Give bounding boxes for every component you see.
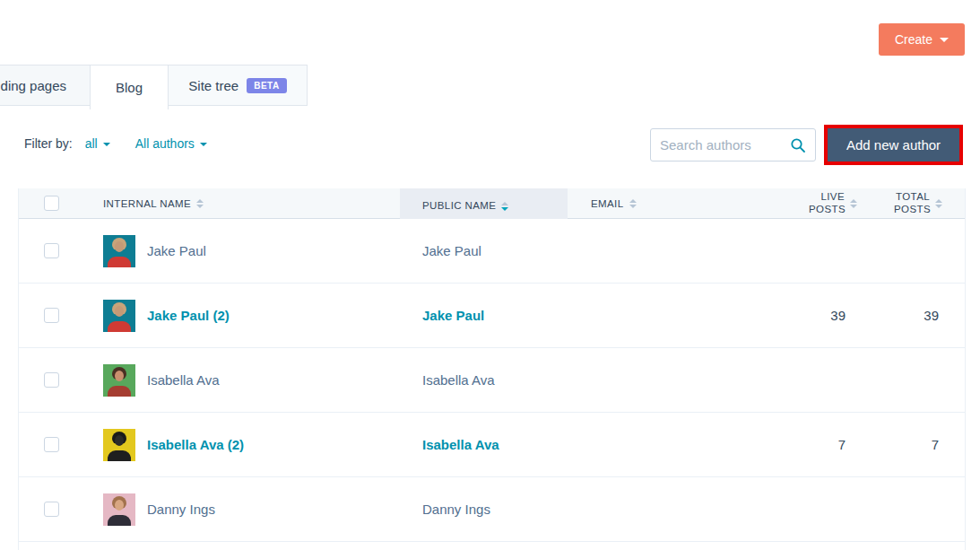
sort-icon[interactable] [850, 199, 857, 208]
add-new-author-button[interactable]: Add new author [828, 128, 959, 162]
row-checkbox[interactable] [44, 243, 59, 258]
partial-next-row [19, 542, 965, 550]
chevron-down-icon [103, 143, 110, 146]
internal-name: Jake Paul [147, 243, 206, 258]
public-name-cell: Jake Paul [400, 308, 568, 323]
row-select-cell [19, 502, 86, 517]
public-name[interactable]: Jake Paul [422, 308, 484, 323]
author-avatar [103, 364, 135, 397]
column-header-public-name[interactable]: PUBLIC NAME [400, 188, 568, 219]
public-name-cell: Danny Ings [400, 502, 568, 517]
filter-dropdown-authors[interactable]: All authors [135, 136, 207, 151]
tab-site-tree[interactable]: Site tree BETA [168, 65, 308, 106]
public-name-cell: Isabella Ava [400, 437, 568, 452]
internal-name: Isabella Ava [147, 372, 220, 388]
authors-table: INTERNAL NAME PUBLIC NAME EMAIL LIVE POS… [18, 188, 966, 550]
public-name: Isabella Ava [422, 372, 495, 388]
internal-name-cell: Danny Ings [86, 493, 400, 526]
create-button[interactable]: Create [879, 23, 965, 56]
live-posts-value: 39 [830, 308, 846, 323]
public-name: Danny Ings [422, 502, 490, 517]
total-posts-cell: 7 [857, 437, 942, 452]
table-row: Isabella Ava (2) Isabella Ava 7 7 [19, 413, 965, 477]
search-icon[interactable] [790, 137, 806, 153]
column-header-live-posts[interactable]: LIVE POSTS [799, 191, 857, 214]
tab-label: Site tree [188, 78, 238, 93]
column-header-email[interactable]: EMAIL [568, 198, 799, 209]
tab-landing-pages[interactable]: ding pages [0, 65, 91, 106]
live-posts-cell: 7 [799, 437, 857, 452]
internal-name[interactable]: Jake Paul (2) [147, 308, 230, 323]
search-authors-input[interactable] [660, 137, 790, 153]
select-all-cell [19, 196, 86, 211]
sort-icon[interactable] [196, 199, 204, 208]
row-checkbox[interactable] [44, 502, 59, 517]
live-posts-cell: 39 [799, 308, 857, 323]
author-avatar [103, 493, 135, 526]
filter-dropdown-label: all [85, 136, 98, 151]
public-name-cell: Jake Paul [400, 243, 568, 258]
total-posts-cell: 39 [857, 308, 942, 323]
public-name-cell: Isabella Ava [400, 372, 568, 388]
table-row: Isabella Ava Isabella Ava [19, 348, 965, 413]
row-select-cell [19, 372, 86, 388]
internal-name-cell: Jake Paul (2) [86, 300, 400, 332]
select-all-checkbox[interactable] [44, 196, 59, 211]
total-posts-value: 39 [924, 308, 939, 323]
red-annotation-highlight: Add new author [824, 125, 963, 165]
table-row: Jake Paul (2) Jake Paul 39 39 [19, 284, 965, 348]
table-row: Danny Ings Danny Ings [19, 477, 965, 542]
internal-name: Danny Ings [147, 502, 215, 517]
tab-label: ding pages [1, 78, 66, 93]
tab-label: Blog [116, 80, 143, 95]
internal-name-cell: Jake Paul [86, 235, 400, 267]
search-authors-box [650, 128, 816, 162]
row-select-cell [19, 243, 86, 258]
row-select-cell [19, 437, 86, 452]
total-posts-value: 7 [932, 437, 939, 452]
table-body: Jake Paul Jake Paul Jake Paul (2) [19, 219, 965, 542]
row-checkbox[interactable] [44, 437, 59, 452]
sort-icon-active[interactable] [501, 202, 508, 211]
author-avatar [103, 429, 135, 461]
beta-badge: BETA [247, 78, 286, 93]
column-label: EMAIL [591, 198, 624, 209]
column-label: PUBLIC NAME [422, 200, 496, 211]
table-row: Jake Paul Jake Paul [19, 219, 965, 284]
column-header-internal-name[interactable]: INTERNAL NAME [86, 198, 400, 209]
sort-icon[interactable] [629, 199, 637, 208]
live-posts-value: 7 [838, 437, 846, 452]
internal-name-cell: Isabella Ava [86, 364, 400, 397]
filter-dropdown-all[interactable]: all [85, 136, 110, 151]
author-avatar [103, 235, 135, 267]
row-checkbox[interactable] [44, 372, 59, 388]
public-name: Jake Paul [422, 243, 481, 258]
column-label: TOTAL POSTS [894, 191, 930, 214]
column-header-total-posts[interactable]: TOTAL POSTS [857, 191, 942, 214]
author-avatar [103, 300, 135, 332]
internal-name-cell: Isabella Ava (2) [86, 429, 400, 461]
filter-bar: Filter by: all All authors [24, 136, 232, 151]
create-button-label: Create [895, 32, 932, 47]
table-header-row: INTERNAL NAME PUBLIC NAME EMAIL LIVE POS… [19, 188, 965, 219]
row-checkbox[interactable] [44, 308, 59, 323]
public-name[interactable]: Isabella Ava [422, 437, 499, 452]
filter-by-label: Filter by: [24, 136, 73, 151]
row-select-cell [19, 308, 86, 323]
sort-icon[interactable] [935, 199, 942, 208]
chevron-down-icon [200, 143, 207, 146]
tab-blog[interactable]: Blog [90, 65, 169, 109]
internal-name[interactable]: Isabella Ava (2) [147, 437, 244, 452]
column-label: INTERNAL NAME [103, 198, 191, 209]
column-label: LIVE POSTS [809, 191, 845, 214]
filter-dropdown-label: All authors [135, 136, 195, 151]
chevron-down-icon [940, 38, 949, 42]
page: Create ding pages Blog Site tree BETA Fi… [0, 0, 980, 550]
